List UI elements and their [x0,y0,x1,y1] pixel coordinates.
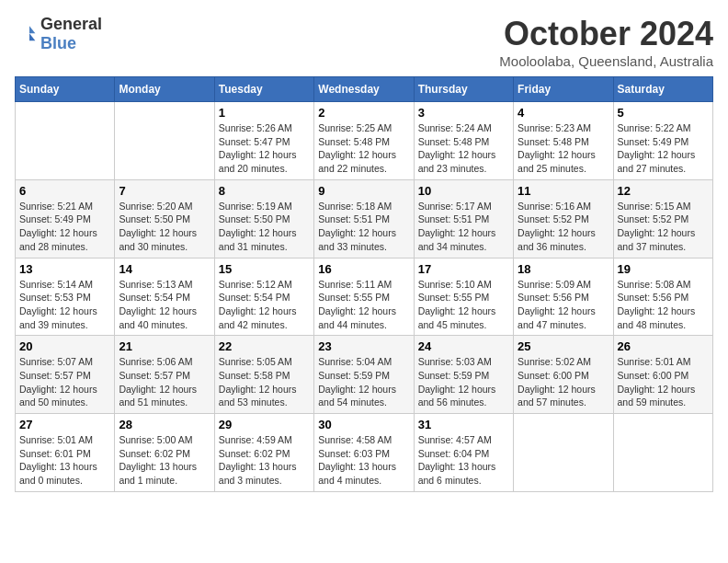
day-number: 14 [119,262,210,276]
month-title: October 2024 [499,15,713,53]
day-number: 6 [19,184,110,198]
header-cell-saturday: Saturday [613,77,712,102]
day-number: 3 [418,106,509,120]
calendar-cell: 16Sunrise: 5:11 AMSunset: 5:55 PMDayligh… [314,258,414,336]
day-number: 19 [618,262,709,276]
calendar-cell: 21Sunrise: 5:06 AMSunset: 5:57 PMDayligh… [115,336,214,414]
calendar-body: 1Sunrise: 5:26 AMSunset: 5:47 PMDaylight… [16,102,713,492]
day-number: 7 [119,184,210,198]
calendar-cell: 30Sunrise: 4:58 AMSunset: 6:03 PMDayligh… [314,414,414,492]
calendar-cell: 9Sunrise: 5:18 AMSunset: 5:51 PMDaylight… [314,179,414,258]
calendar-cell: 12Sunrise: 5:15 AMSunset: 5:52 PMDayligh… [613,179,712,258]
week-row-1: 1Sunrise: 5:26 AMSunset: 5:47 PMDaylight… [16,102,713,180]
cell-info: Sunrise: 5:23 AMSunset: 5:48 PMDaylight:… [518,121,609,176]
day-number: 13 [19,262,110,276]
week-row-3: 13Sunrise: 5:14 AMSunset: 5:53 PMDayligh… [16,258,713,336]
day-number: 29 [219,418,310,431]
calendar-cell: 22Sunrise: 5:05 AMSunset: 5:58 PMDayligh… [214,336,313,414]
calendar-cell: 4Sunrise: 5:23 AMSunset: 5:48 PMDaylight… [514,102,613,180]
calendar-cell: 6Sunrise: 5:21 AMSunset: 5:49 PMDaylight… [16,179,115,258]
cell-info: Sunrise: 5:13 AMSunset: 5:54 PMDaylight:… [119,278,210,332]
day-number: 9 [318,184,409,198]
calendar-cell: 31Sunrise: 4:57 AMSunset: 6:04 PMDayligh… [414,414,513,492]
calendar-cell: 27Sunrise: 5:01 AMSunset: 6:01 PMDayligh… [16,414,115,492]
week-row-4: 20Sunrise: 5:07 AMSunset: 5:57 PMDayligh… [16,336,713,414]
day-number: 26 [618,339,709,353]
calendar-cell: 24Sunrise: 5:03 AMSunset: 5:59 PMDayligh… [414,336,513,414]
cell-info: Sunrise: 4:58 AMSunset: 6:03 PMDaylight:… [318,433,409,488]
cell-info: Sunrise: 5:09 AMSunset: 5:56 PMDaylight:… [518,278,609,332]
calendar-cell: 29Sunrise: 4:59 AMSunset: 6:02 PMDayligh… [214,414,313,492]
week-row-2: 6Sunrise: 5:21 AMSunset: 5:49 PMDaylight… [16,179,713,258]
day-number: 8 [219,184,310,198]
day-number: 25 [518,339,609,353]
calendar-cell: 23Sunrise: 5:04 AMSunset: 5:59 PMDayligh… [314,336,414,414]
logo: General Blue [15,15,102,53]
svg-marker-1 [29,33,35,40]
cell-info: Sunrise: 5:21 AMSunset: 5:49 PMDaylight:… [19,200,110,254]
day-number: 18 [518,262,609,276]
location-title: Mooloolaba, Queensland, Australia [499,53,713,69]
day-number: 16 [318,262,409,276]
cell-info: Sunrise: 5:07 AMSunset: 5:57 PMDaylight:… [19,355,110,409]
cell-info: Sunrise: 5:24 AMSunset: 5:48 PMDaylight:… [418,121,509,176]
day-number: 5 [618,106,709,120]
cell-info: Sunrise: 5:16 AMSunset: 5:52 PMDaylight:… [518,200,609,254]
cell-info: Sunrise: 5:20 AMSunset: 5:50 PMDaylight:… [119,200,210,254]
calendar-cell: 17Sunrise: 5:10 AMSunset: 5:55 PMDayligh… [414,258,513,336]
page-header: General Blue October 2024 Mooloolaba, Qu… [15,15,713,69]
cell-info: Sunrise: 5:12 AMSunset: 5:54 PMDaylight:… [219,278,310,332]
calendar-cell: 10Sunrise: 5:17 AMSunset: 5:51 PMDayligh… [414,179,513,258]
day-number: 31 [418,418,509,431]
calendar-table: SundayMondayTuesdayWednesdayThursdayFrid… [15,76,713,492]
calendar-cell: 7Sunrise: 5:20 AMSunset: 5:50 PMDaylight… [115,179,214,258]
week-row-5: 27Sunrise: 5:01 AMSunset: 6:01 PMDayligh… [16,414,713,492]
cell-info: Sunrise: 5:25 AMSunset: 5:48 PMDaylight:… [318,121,409,176]
calendar-cell: 18Sunrise: 5:09 AMSunset: 5:56 PMDayligh… [514,258,613,336]
header-cell-thursday: Thursday [414,77,513,102]
calendar-cell [613,414,712,492]
day-number: 28 [119,418,210,431]
day-number: 10 [418,184,509,198]
cell-info: Sunrise: 5:05 AMSunset: 5:58 PMDaylight:… [219,355,310,409]
header-cell-sunday: Sunday [16,77,115,102]
day-number: 2 [318,106,409,120]
cell-info: Sunrise: 5:17 AMSunset: 5:51 PMDaylight:… [418,200,509,254]
day-number: 12 [618,184,709,198]
header-cell-wednesday: Wednesday [314,77,414,102]
calendar-cell: 8Sunrise: 5:19 AMSunset: 5:50 PMDaylight… [214,179,313,258]
day-number: 23 [318,339,409,353]
day-number: 27 [19,418,110,431]
cell-info: Sunrise: 5:03 AMSunset: 5:59 PMDaylight:… [418,355,509,409]
cell-info: Sunrise: 5:26 AMSunset: 5:47 PMDaylight:… [219,121,310,176]
cell-info: Sunrise: 5:14 AMSunset: 5:53 PMDaylight:… [19,278,110,332]
calendar-cell: 11Sunrise: 5:16 AMSunset: 5:52 PMDayligh… [514,179,613,258]
calendar-cell: 26Sunrise: 5:01 AMSunset: 6:00 PMDayligh… [613,336,712,414]
cell-info: Sunrise: 4:57 AMSunset: 6:04 PMDaylight:… [418,433,509,488]
cell-info: Sunrise: 5:04 AMSunset: 5:59 PMDaylight:… [318,355,409,409]
calendar-cell: 13Sunrise: 5:14 AMSunset: 5:53 PMDayligh… [16,258,115,336]
logo-blue: Blue [40,34,76,52]
header-cell-monday: Monday [115,77,214,102]
title-block: October 2024 Mooloolaba, Queensland, Aus… [499,15,713,69]
day-number: 11 [518,184,609,198]
calendar-cell: 20Sunrise: 5:07 AMSunset: 5:57 PMDayligh… [16,336,115,414]
cell-info: Sunrise: 5:15 AMSunset: 5:52 PMDaylight:… [618,200,709,254]
day-number: 20 [19,339,110,353]
cell-info: Sunrise: 5:10 AMSunset: 5:55 PMDaylight:… [418,278,509,332]
calendar-cell: 19Sunrise: 5:08 AMSunset: 5:56 PMDayligh… [613,258,712,336]
logo-text: General Blue [40,15,102,53]
cell-info: Sunrise: 5:01 AMSunset: 6:01 PMDaylight:… [19,433,110,488]
calendar-cell: 14Sunrise: 5:13 AMSunset: 5:54 PMDayligh… [115,258,214,336]
day-number: 17 [418,262,509,276]
svg-marker-0 [29,26,35,33]
cell-info: Sunrise: 5:22 AMSunset: 5:49 PMDaylight:… [618,121,709,176]
cell-info: Sunrise: 5:01 AMSunset: 6:00 PMDaylight:… [618,355,709,409]
day-number: 15 [219,262,310,276]
day-number: 4 [518,106,609,120]
day-number: 22 [219,339,310,353]
calendar-cell [514,414,613,492]
cell-info: Sunrise: 5:08 AMSunset: 5:56 PMDaylight:… [618,278,709,332]
cell-info: Sunrise: 5:11 AMSunset: 5:55 PMDaylight:… [318,278,409,332]
cell-info: Sunrise: 4:59 AMSunset: 6:02 PMDaylight:… [219,433,310,488]
